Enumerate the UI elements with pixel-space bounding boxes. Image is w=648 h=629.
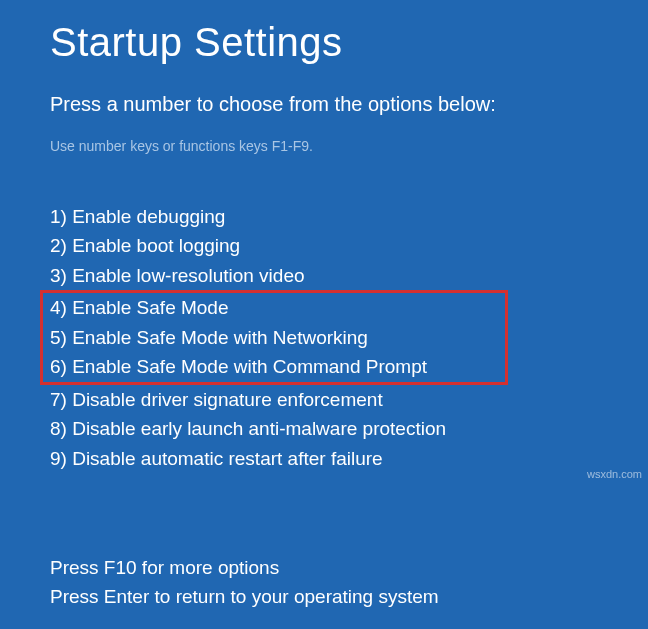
option-3[interactable]: 3) Enable low-resolution video: [50, 261, 598, 290]
more-options-hint: Press F10 for more options: [50, 553, 598, 582]
options-list: 1) Enable debugging 2) Enable boot loggi…: [50, 202, 598, 473]
option-4[interactable]: 4) Enable Safe Mode: [50, 293, 505, 322]
option-9[interactable]: 9) Disable automatic restart after failu…: [50, 444, 598, 473]
option-2[interactable]: 2) Enable boot logging: [50, 231, 598, 260]
option-1[interactable]: 1) Enable debugging: [50, 202, 598, 231]
subtitle: Press a number to choose from the option…: [50, 93, 598, 116]
option-8[interactable]: 8) Disable early launch anti-malware pro…: [50, 414, 598, 443]
key-hint: Use number keys or functions keys F1-F9.: [50, 138, 598, 154]
highlight-box: 4) Enable Safe Mode 5) Enable Safe Mode …: [40, 290, 508, 384]
return-hint: Press Enter to return to your operating …: [50, 582, 598, 611]
option-6[interactable]: 6) Enable Safe Mode with Command Prompt: [50, 352, 505, 381]
watermark: wsxdn.com: [587, 468, 642, 480]
page-title: Startup Settings: [50, 20, 598, 65]
footer: Press F10 for more options Press Enter t…: [50, 553, 598, 612]
option-5[interactable]: 5) Enable Safe Mode with Networking: [50, 323, 505, 352]
option-7[interactable]: 7) Disable driver signature enforcement: [50, 385, 598, 414]
